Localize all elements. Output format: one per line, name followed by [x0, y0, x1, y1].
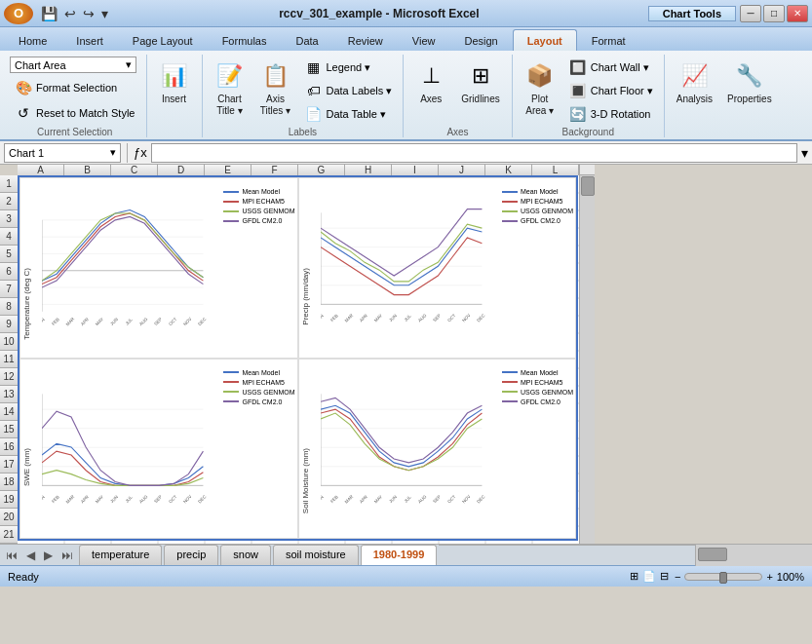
- undo-button[interactable]: ↩: [62, 4, 78, 23]
- chart-area-label: Chart Area: [15, 59, 66, 71]
- legend-swe: Mean Model MPI ECHAM5 USGS GENMOM G: [223, 369, 294, 408]
- minimize-button[interactable]: ─: [740, 5, 761, 22]
- format-selection-label: Format Selection: [36, 82, 117, 94]
- redo-button[interactable]: ↪: [81, 4, 97, 23]
- zoom-slider[interactable]: [684, 573, 762, 581]
- 3d-rotation-button[interactable]: 🔄 3-D Rotation: [564, 103, 658, 125]
- page-layout-view-button[interactable]: 📄: [642, 570, 656, 583]
- office-button[interactable]: O: [4, 3, 33, 24]
- close-button[interactable]: ✕: [787, 5, 808, 22]
- chart-panel-temperature: Temperature (deg C) -10: [19, 177, 298, 359]
- last-sheet-button[interactable]: ⏭: [58, 548, 77, 563]
- row-headers: 1 2 3 4 5 6 7 8 9 10 11 12 13 14 15 16 1…: [0, 175, 18, 544]
- restore-button[interactable]: □: [763, 5, 785, 22]
- plot-area-button[interactable]: 📦 PlotArea ▾: [519, 57, 561, 121]
- tab-format[interactable]: Format: [577, 29, 640, 51]
- data-table-button[interactable]: 📄 Data Table ▾: [300, 103, 398, 125]
- chart-svg-precip: 0 1 2 3 4 5 JAN: [321, 182, 512, 354]
- reset-style-icon: ↺: [15, 105, 32, 121]
- quick-access-toolbar: 💾 ↩ ↪ ▾: [39, 4, 110, 23]
- svg-text:APR: APR: [359, 313, 369, 323]
- axes-button[interactable]: ⊥ Axes: [409, 57, 452, 109]
- zoom-out-button[interactable]: −: [675, 571, 680, 583]
- legend-item-gfdl-sm: GFDL CM2.0: [502, 398, 573, 405]
- name-box-value: Chart 1: [9, 147, 44, 159]
- row-header-18: 18: [0, 474, 18, 491]
- reset-style-button[interactable]: ↺ Reset to Match Style: [10, 102, 140, 124]
- legend-line-gfdl-s: [223, 400, 239, 402]
- svg-text:SEP: SEP: [432, 313, 442, 322]
- ready-label: Ready: [8, 571, 39, 583]
- formula-input[interactable]: [151, 143, 797, 163]
- svg-text:SEP: SEP: [153, 317, 163, 326]
- column-headers: A B C D E F G H I J K L: [18, 165, 812, 175]
- page-break-view-button[interactable]: ⊟: [660, 570, 669, 583]
- tab-review[interactable]: Review: [333, 29, 398, 51]
- legend-button[interactable]: ▦ Legend ▾: [300, 57, 398, 78]
- normal-view-button[interactable]: ⊞: [630, 570, 638, 583]
- legend-line-mean-sm: [502, 371, 518, 373]
- first-sheet-button[interactable]: ⏮: [2, 548, 21, 563]
- chart-floor-button[interactable]: 🔳 Chart Floor ▾: [564, 80, 658, 101]
- embedded-chart[interactable]: Temperature (deg C) -10: [18, 175, 578, 541]
- tab-layout[interactable]: Layout: [513, 29, 577, 51]
- save-button[interactable]: 💾: [39, 4, 59, 23]
- row-header-3: 3: [0, 210, 18, 228]
- chart-tools-label: Chart Tools: [648, 6, 736, 21]
- legend-item-gfdl-s: GFDL CM2.0: [223, 398, 294, 405]
- legend-label-mpi-s: MPI ECHAM5: [242, 379, 285, 386]
- prev-sheet-button[interactable]: ◀: [22, 548, 39, 563]
- tab-precip[interactable]: precip: [164, 545, 218, 565]
- gridlines-button[interactable]: ⊞ Gridlines: [455, 57, 505, 109]
- insert-button[interactable]: 📊 Insert: [153, 57, 196, 109]
- y-label-swe: SWE (mm): [22, 448, 31, 486]
- properties-button[interactable]: 🔧 Properties: [721, 57, 778, 109]
- tab-page-layout[interactable]: Page Layout: [118, 29, 208, 51]
- qat-dropdown[interactable]: ▾: [99, 4, 110, 23]
- expand-formula-button[interactable]: ▾: [801, 145, 808, 161]
- tab-soil-moisture[interactable]: soil moisture: [273, 545, 359, 565]
- name-box-arrow: ▾: [110, 146, 116, 159]
- legend-line-mpi-s: [223, 381, 239, 383]
- row-header-2: 2: [0, 193, 18, 210]
- tab-design[interactable]: Design: [449, 29, 512, 51]
- svg-text:MAY: MAY: [372, 313, 382, 322]
- analysis-button[interactable]: 📈 Analysis: [671, 57, 718, 109]
- svg-text:JUN: JUN: [109, 317, 119, 326]
- next-sheet-button[interactable]: ▶: [40, 548, 57, 563]
- axis-titles-button[interactable]: 📋 AxisTitles ▾: [254, 57, 297, 121]
- ribbon-tab-bar: Home Insert Page Layout Formulas Data Re…: [0, 27, 812, 51]
- horizontal-scrollbar[interactable]: [695, 545, 812, 566]
- vertical-scrollbar[interactable]: [579, 175, 595, 544]
- tab-data[interactable]: Data: [281, 29, 332, 51]
- tab-formulas[interactable]: Formulas: [208, 29, 282, 51]
- name-box[interactable]: Chart 1 ▾: [4, 143, 121, 163]
- ribbon-group-insert: 📊 Insert: [147, 55, 203, 137]
- chart-panel-precip: Precip (mm/day) 0 1 2 3 4: [298, 177, 577, 359]
- tab-temperature[interactable]: temperature: [79, 545, 162, 565]
- svg-text:FEB: FEB: [329, 494, 339, 504]
- col-header-J: J: [439, 165, 485, 175]
- reset-style-label: Reset to Match Style: [36, 107, 135, 119]
- ribbon-content: Chart Area ▾ 🎨 Format Selection ↺ Reset …: [0, 51, 812, 139]
- tab-home[interactable]: Home: [4, 29, 61, 51]
- legend-line-mpi-sm: [502, 381, 518, 383]
- legend-precip: Mean Model MPI ECHAM5 USGS GENMOM G: [502, 188, 573, 227]
- tab-view[interactable]: View: [398, 29, 450, 51]
- chart-title-button[interactable]: 📝 ChartTitle ▾: [209, 57, 251, 121]
- legend-item-usgs-sm: USGS GENMOM: [502, 389, 573, 396]
- tab-snow[interactable]: snow: [220, 545, 271, 565]
- format-selection-button[interactable]: 🎨 Format Selection: [10, 77, 140, 98]
- ribbon-group-axes: ⊥ Axes ⊞ Gridlines Axes: [404, 55, 512, 137]
- legend-item-gfdl-p: GFDL CM2.0: [502, 217, 573, 224]
- legend-label-usgs-s: USGS GENMOM: [242, 389, 294, 396]
- chart-wall-button[interactable]: 🔲 Chart Wall ▾: [564, 57, 658, 78]
- chart-wall-icon: 🔲: [569, 59, 587, 75]
- chart-area-dropdown[interactable]: Chart Area ▾: [10, 57, 136, 73]
- tab-1980-1999[interactable]: 1980-1999: [361, 545, 438, 565]
- ribbon-group-analysis: 📈 Analysis 🔧 Properties: [665, 55, 784, 137]
- data-labels-button[interactable]: 🏷 Data Labels ▾: [300, 80, 398, 101]
- zoom-in-button[interactable]: +: [766, 571, 772, 583]
- chart-floor-icon: 🔳: [569, 83, 587, 98]
- tab-insert[interactable]: Insert: [61, 29, 118, 51]
